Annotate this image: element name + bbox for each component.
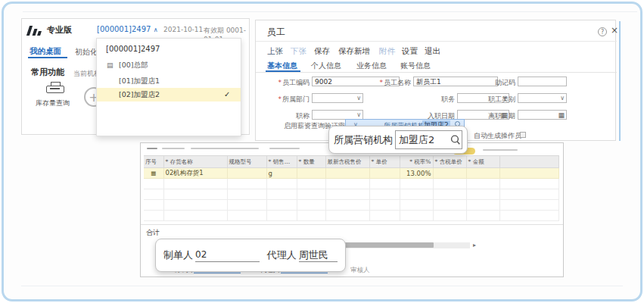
check-icon: ✓ bbox=[224, 88, 230, 102]
toolbar-attachment-button[interactable]: 附件 bbox=[379, 46, 395, 57]
col-spec[interactable]: 规格型号 bbox=[227, 156, 266, 168]
department-select[interactable]: ∨ bbox=[312, 93, 363, 103]
mnemonic-input[interactable] bbox=[518, 77, 567, 86]
toolbar-save-button[interactable]: 保存 bbox=[314, 46, 330, 57]
marketing-org-popup: 所属营销机构 加盟店2 bbox=[328, 126, 468, 154]
clipped-toolbar-artifact bbox=[483, 149, 518, 151]
cell-item-name[interactable]: 02机构存货1 bbox=[163, 168, 227, 179]
popup-agent-label: 代理人 bbox=[267, 248, 297, 262]
tab-my-desktop-underline bbox=[28, 57, 67, 58]
help-icon[interactable]: ? bbox=[598, 27, 607, 36]
title-separator bbox=[256, 41, 617, 42]
tab-basic-info[interactable]: 基本信息 bbox=[267, 61, 297, 71]
toolbar-settings-button[interactable]: 设置 bbox=[402, 46, 418, 57]
brand-logo-icon: 专业版 bbox=[28, 24, 72, 39]
required-mark: * bbox=[278, 79, 282, 86]
col-amount[interactable]: * 金额 bbox=[466, 156, 499, 168]
cell-qty[interactable] bbox=[297, 168, 325, 179]
col-latest-price[interactable]: 最新含税售价 bbox=[325, 156, 369, 168]
tab-initialize[interactable]: 初始化 bbox=[75, 47, 96, 58]
tab-personal-info[interactable]: 个人信息 bbox=[311, 61, 341, 71]
auto-operator-label: 自动生成操作员 bbox=[474, 131, 521, 141]
popup-maker-label: 制单人 bbox=[163, 248, 193, 262]
popup-marketing-org-value: 加盟店2 bbox=[399, 133, 434, 147]
org-item-store1[interactable]: [01]加盟店1 bbox=[97, 74, 241, 88]
close-icon[interactable]: × bbox=[611, 25, 618, 36]
clipped-toolbar-artifact bbox=[191, 148, 259, 149]
total-separator bbox=[141, 224, 563, 225]
cell-latest-price[interactable] bbox=[325, 168, 369, 179]
validity-label: 有效期 bbox=[204, 27, 224, 34]
auditor-label: 审核人 bbox=[350, 266, 370, 275]
toolbar-save-new-button[interactable]: 保存新增 bbox=[338, 46, 370, 57]
tab-account-info[interactable]: 账号信息 bbox=[400, 61, 431, 71]
org-item-store1-label: [01]加盟店1 bbox=[119, 74, 160, 88]
col-tax-rate[interactable]: * 税率% bbox=[400, 156, 433, 168]
org-item-store2[interactable]: [02]加盟店2 ✓ bbox=[97, 88, 241, 102]
search-icon[interactable] bbox=[450, 134, 462, 146]
auto-operator-checkbox[interactable] bbox=[520, 132, 526, 138]
required-mark: * bbox=[380, 79, 384, 86]
top-divider bbox=[23, 11, 637, 12]
item-row-1[interactable]: ▦ 02机构存货1 g 13.00% bbox=[144, 168, 558, 179]
tabs-separator bbox=[256, 72, 617, 73]
popup-agent-value[interactable]: 周世民 bbox=[299, 248, 338, 262]
col-tax-price[interactable]: * 含税单价 bbox=[433, 156, 466, 168]
item-row-empty[interactable] bbox=[144, 200, 558, 211]
items-table: 序号 * 存货名称 规格型号 * 销售… * 数量 最新含税售价 * 单价 * … bbox=[144, 155, 559, 221]
org-item-headquarters[interactable]: ▤ [00]总部 bbox=[97, 58, 241, 72]
leave-date-input[interactable]: ▦ bbox=[518, 110, 567, 120]
popup-marketing-org-input[interactable]: 加盟店2 bbox=[395, 130, 462, 149]
item-row-empty[interactable] bbox=[144, 179, 558, 189]
popup-marketing-org-label: 所属营销机构 bbox=[334, 133, 393, 147]
cell-spec[interactable] bbox=[227, 168, 266, 179]
col-sales[interactable]: * 销售… bbox=[266, 156, 297, 168]
col-qty[interactable]: * 数量 bbox=[297, 156, 325, 168]
employee-window: 员工 ? × 上张 下张 保存 保存新增 附件 设置 退出 基本信息 个人信息 … bbox=[255, 20, 616, 141]
org-switcher-label: [000001]2497 bbox=[97, 25, 151, 33]
chevron-down-icon: ∨ bbox=[356, 94, 361, 103]
cell-unit-price[interactable] bbox=[369, 168, 400, 179]
right-accent-line bbox=[619, 21, 621, 141]
items-header-row: 序号 * 存货名称 规格型号 * 销售… * 数量 最新含税售价 * 单价 * … bbox=[144, 156, 558, 168]
shortcut-inventory-query[interactable]: 库存量查询 bbox=[36, 98, 70, 108]
scroll-right-arrow[interactable]: ▸ bbox=[473, 242, 476, 248]
bottom-divider bbox=[21, 286, 623, 286]
emp-category-select[interactable]: ∨ bbox=[518, 93, 567, 103]
department-label: *所属部门 bbox=[258, 95, 310, 105]
item-row-empty[interactable] bbox=[144, 189, 558, 200]
employee-window-title: 员工 bbox=[267, 26, 285, 39]
emp-name-label: *员工名称 bbox=[356, 78, 411, 88]
toolbar-prev-button[interactable]: 上张 bbox=[267, 46, 283, 57]
col-item-name[interactable]: * 存货名称 bbox=[163, 156, 227, 168]
org-item-headquarters-label: [00]总部 bbox=[119, 58, 148, 72]
total-label: 合计 bbox=[146, 228, 160, 238]
org-dropdown-header: [000001]2497 bbox=[106, 45, 160, 53]
required-mark: * bbox=[278, 95, 282, 103]
cell-amount[interactable] bbox=[466, 168, 499, 179]
cell-tax-price[interactable] bbox=[433, 168, 466, 179]
maker-popup: 制单人 02 代理人 周世民 bbox=[155, 239, 346, 272]
tab-business-info[interactable]: 业务信息 bbox=[356, 61, 387, 71]
inventory-query-icon bbox=[46, 86, 64, 93]
item-row-empty[interactable] bbox=[144, 211, 558, 221]
calendar-icon: ▦ bbox=[558, 111, 565, 119]
section-current-org: 当前机构 bbox=[73, 69, 96, 79]
cell-sales[interactable]: g bbox=[266, 168, 297, 179]
toolbar-exit-button[interactable]: 退出 bbox=[425, 46, 440, 57]
col-unit-price[interactable]: * 单价 bbox=[369, 156, 400, 168]
clipped-toolbar-artifact bbox=[269, 148, 300, 149]
org-switcher[interactable]: [000001]2497 ∧ bbox=[97, 25, 157, 33]
col-filler bbox=[499, 156, 558, 168]
row-marker-icon: ▦ bbox=[144, 168, 163, 179]
col-seq[interactable]: 序号 bbox=[144, 156, 163, 168]
tab-my-desktop[interactable]: 我的桌面 bbox=[30, 46, 61, 57]
section-common-functions: 常用功能 bbox=[31, 67, 64, 78]
cell-tax-rate[interactable]: 13.00% bbox=[400, 168, 433, 179]
popup-maker-value[interactable]: 02 bbox=[195, 248, 260, 262]
headquarters-icon: ▤ bbox=[107, 58, 114, 72]
toolbar-next-button[interactable]: 下张 bbox=[291, 46, 306, 57]
position-label: 职务 bbox=[409, 95, 455, 105]
clipped-toolbar-artifact bbox=[147, 148, 157, 149]
emp-category-label: 职工类别 bbox=[470, 95, 515, 105]
